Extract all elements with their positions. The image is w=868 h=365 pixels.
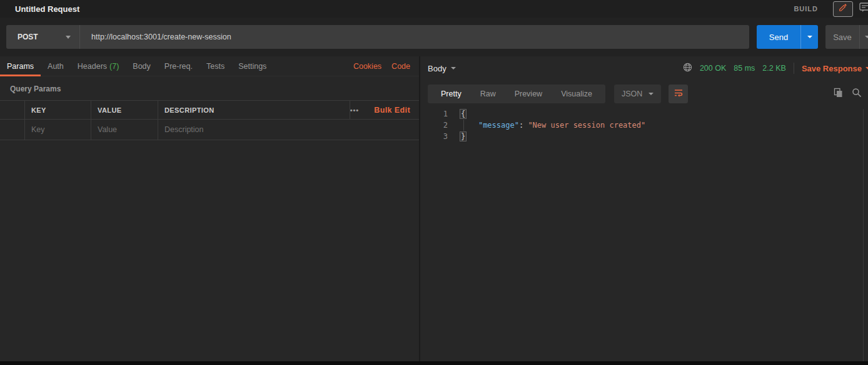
tab-auth-label: Auth bbox=[48, 62, 64, 71]
topbar-right: BUILD bbox=[794, 0, 868, 18]
edit-request-button[interactable] bbox=[833, 1, 853, 17]
save-response-button[interactable]: Save Response bbox=[802, 64, 868, 73]
comment-icon bbox=[859, 3, 868, 15]
tab-headers-label: Headers bbox=[78, 62, 107, 71]
response-code-viewer[interactable]: 1 { 2 "message": "New user session creat… bbox=[420, 108, 868, 142]
tab-params[interactable]: Params bbox=[0, 56, 41, 76]
tab-params-label: Params bbox=[7, 62, 34, 71]
row-select-column bbox=[0, 101, 25, 119]
search-icon[interactable] bbox=[852, 88, 862, 98]
bulk-edit-link[interactable]: Bulk Edit bbox=[374, 106, 410, 115]
tab-pretty[interactable]: Pretty bbox=[431, 90, 471, 98]
method-dropdown[interactable]: POST bbox=[6, 25, 80, 49]
request-links: Cookies Code bbox=[353, 62, 419, 71]
response-size-badge[interactable]: 2.2 KB bbox=[762, 64, 786, 73]
chevron-down-icon bbox=[865, 36, 868, 38]
json-key: "message" bbox=[478, 121, 519, 130]
indent-guide bbox=[463, 120, 464, 131]
save-button[interactable]: Save bbox=[825, 25, 868, 49]
response-view-tabs: Pretty Raw Preview Visualize bbox=[428, 85, 605, 103]
request-title: Untitled Request bbox=[15, 4, 79, 14]
response-body-label: Body bbox=[428, 64, 447, 73]
code-line-3: 3 } bbox=[420, 131, 868, 142]
param-description-input[interactable] bbox=[164, 125, 419, 134]
tab-prereq[interactable]: Pre-req. bbox=[158, 56, 199, 76]
send-options-button[interactable] bbox=[800, 25, 818, 49]
code-content: { bbox=[460, 108, 466, 120]
response-header: Body 200 OK 85 ms 2.2 KB Save Response bbox=[420, 56, 868, 80]
wrap-text-icon bbox=[674, 88, 684, 100]
chevron-down-icon bbox=[865, 67, 868, 69]
code-content: } bbox=[460, 131, 466, 142]
send-button[interactable]: Send bbox=[757, 25, 818, 49]
chevron-down-icon bbox=[807, 36, 812, 38]
tab-body[interactable]: Body bbox=[126, 56, 158, 76]
line-number: 3 bbox=[420, 131, 448, 142]
tab-raw[interactable]: Raw bbox=[471, 90, 505, 98]
json-string-value: "New user session created" bbox=[528, 121, 645, 130]
line-number: 1 bbox=[420, 108, 448, 120]
table-actions: ••• Bulk Edit bbox=[350, 101, 419, 119]
divider bbox=[794, 63, 794, 74]
column-header-key: KEY bbox=[25, 101, 91, 119]
save-response-label: Save Response bbox=[802, 64, 862, 73]
tab-settings[interactable]: Settings bbox=[231, 56, 273, 76]
wrap-text-button[interactable] bbox=[669, 85, 688, 103]
chevron-down-icon bbox=[451, 67, 456, 69]
tab-auth[interactable]: Auth bbox=[41, 56, 71, 76]
tab-settings-label: Settings bbox=[238, 62, 266, 71]
save-label: Save bbox=[825, 33, 859, 42]
response-panel: Body 200 OK 85 ms 2.2 KB Save Response bbox=[420, 56, 868, 361]
save-options-button[interactable] bbox=[859, 25, 868, 49]
globe-icon bbox=[683, 63, 692, 75]
response-time-badge[interactable]: 85 ms bbox=[734, 64, 755, 73]
response-body-dropdown[interactable]: Body bbox=[428, 64, 456, 73]
main-split: Params Auth Headers (7) Body Pre-req. Te… bbox=[0, 56, 868, 361]
tab-headers[interactable]: Headers (7) bbox=[71, 56, 126, 76]
tab-prereq-label: Pre-req. bbox=[164, 62, 193, 71]
close-brace: } bbox=[460, 132, 466, 141]
code-line-1: 1 { bbox=[420, 108, 868, 120]
tab-visualize[interactable]: Visualize bbox=[552, 90, 602, 98]
param-value-input[interactable] bbox=[98, 125, 158, 134]
table-row bbox=[0, 120, 419, 140]
code-content: "message": "New user session created" bbox=[460, 120, 645, 131]
topbar: Untitled Request BUILD bbox=[0, 0, 868, 18]
param-description-cell bbox=[158, 120, 419, 140]
response-view-row: Pretty Raw Preview Visualize JSON bbox=[428, 85, 868, 103]
open-brace: { bbox=[460, 110, 466, 118]
comment-button[interactable] bbox=[858, 1, 868, 17]
param-key-cell bbox=[25, 120, 91, 140]
param-value-cell bbox=[91, 120, 158, 140]
status-code-badge[interactable]: 200 OK bbox=[700, 64, 726, 73]
tab-tests[interactable]: Tests bbox=[199, 56, 231, 76]
response-tools bbox=[834, 88, 862, 98]
send-label: Send bbox=[757, 33, 800, 42]
pencil-icon bbox=[839, 3, 847, 14]
param-key-input[interactable] bbox=[31, 125, 91, 134]
build-label: BUILD bbox=[794, 5, 818, 13]
code-line-2: 2 "message": "New user session created" bbox=[420, 120, 868, 131]
response-status-cluster: 200 OK 85 ms 2.2 KB Save Response bbox=[683, 56, 868, 80]
scrollbar-track[interactable] bbox=[863, 109, 864, 361]
chevron-down-icon bbox=[66, 36, 71, 39]
chevron-down-icon bbox=[648, 93, 654, 95]
copy-icon[interactable] bbox=[834, 88, 843, 98]
postman-app: Untitled Request BUILD POST S bbox=[0, 0, 868, 365]
request-tabs: Params Auth Headers (7) Body Pre-req. Te… bbox=[0, 56, 419, 76]
json-colon: : bbox=[519, 121, 528, 130]
more-options-icon[interactable]: ••• bbox=[350, 106, 359, 114]
tab-tests-label: Tests bbox=[206, 62, 225, 71]
column-header-value: VALUE bbox=[91, 101, 158, 119]
headers-count-badge: (7) bbox=[109, 62, 119, 71]
cookies-link[interactable]: Cookies bbox=[353, 62, 381, 71]
window-bottom-edge bbox=[0, 361, 868, 365]
column-header-description: DESCRIPTION bbox=[158, 101, 350, 119]
table-header-row: KEY VALUE DESCRIPTION ••• Bulk Edit bbox=[0, 101, 419, 120]
row-select-cell[interactable] bbox=[0, 120, 25, 140]
code-link[interactable]: Code bbox=[391, 62, 410, 71]
method-label: POST bbox=[18, 33, 38, 41]
tab-preview[interactable]: Preview bbox=[505, 90, 552, 98]
format-dropdown[interactable]: JSON bbox=[614, 85, 661, 103]
url-input[interactable] bbox=[80, 25, 749, 49]
